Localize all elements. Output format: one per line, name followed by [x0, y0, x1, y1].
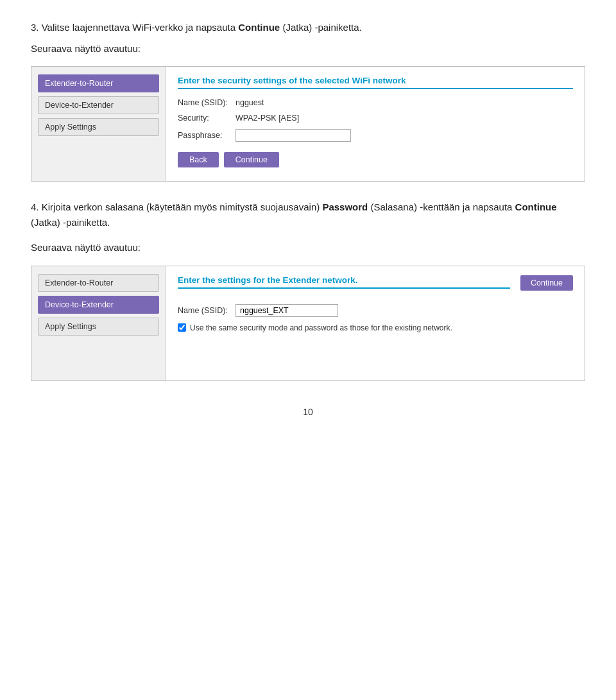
step4-password-bold: Password: [322, 201, 368, 212]
screen1-continue-button[interactable]: Continue: [224, 152, 279, 167]
step3-text: 3. Valitse laajennettava WiFi-verkko ja …: [31, 21, 585, 35]
screen1-security-row: Security: WPA2-PSK [AES]: [178, 114, 573, 123]
screen2-sidebar-btn-device-to-extender[interactable]: Device-to-Extender: [38, 296, 159, 314]
screen1-security-value: WPA2-PSK [AES]: [235, 114, 299, 123]
step4-text-before: 4. Kirjoita verkon salasana (käytetään m…: [31, 201, 322, 212]
step3-text-after: (Jatka) -painiketta.: [280, 22, 362, 33]
screen2-sidebar: Extender-to-Router Device-to-Extender Ap…: [31, 266, 166, 380]
screen1-back-button[interactable]: Back: [178, 152, 219, 167]
screen1-sidebar: Extender-to-Router Device-to-Extender Ap…: [31, 67, 166, 181]
step4-next-screen: Seuraava näyttö avautuu:: [31, 241, 585, 255]
sidebar-btn-device-to-extender[interactable]: Device-to-Extender: [38, 96, 159, 114]
screen2-title: Enter the settings for the Extender netw…: [178, 275, 510, 289]
screen2-sidebar-btn-apply-settings[interactable]: Apply Settings: [38, 318, 159, 336]
screen1-name-row: Name (SSID): ngguest: [178, 98, 573, 107]
step4-text: 4. Kirjoita verkon salasana (käytetään m…: [31, 200, 585, 230]
screen2-box: Extender-to-Router Device-to-Extender Ap…: [31, 266, 585, 381]
screen1-content: Enter the security settings of the selec…: [166, 67, 585, 181]
screen1-security-label: Security:: [178, 114, 235, 123]
page-number: 10: [31, 407, 585, 417]
screen1-passphrase-label: Passphrase:: [178, 131, 235, 140]
screen2-name-label: Name (SSID):: [178, 306, 235, 315]
screen2-continue-button[interactable]: Continue: [520, 275, 573, 291]
screen1-name-value: ngguest: [235, 98, 264, 107]
sidebar-btn-apply-settings[interactable]: Apply Settings: [38, 118, 159, 136]
screen2-name-input[interactable]: [235, 304, 338, 317]
step3-continue-bold: Continue: [238, 22, 280, 33]
screen1-name-label: Name (SSID):: [178, 98, 235, 107]
screen1-passphrase-row: Passphrase:: [178, 129, 573, 142]
screen2-name-row: Name (SSID):: [178, 304, 573, 317]
screen1-title: Enter the security settings of the selec…: [178, 76, 573, 89]
screen1-passphrase-input[interactable]: [235, 129, 351, 142]
screen1-box: Extender-to-Router Device-to-Extender Ap…: [31, 66, 585, 182]
screen2-checkbox-row: Use the same security mode and password …: [178, 323, 573, 332]
step4-text-after: (Jatka) -painiketta.: [31, 217, 110, 228]
sidebar-btn-extender-to-router[interactable]: Extender-to-Router: [38, 74, 159, 92]
step3-next-screen: Seuraava näyttö avautuu:: [31, 42, 585, 56]
screen2-checkbox-label: Use the same security mode and password …: [190, 323, 452, 332]
screen2-checkbox[interactable]: [178, 323, 186, 332]
step3-text-before: 3. Valitse laajennettava WiFi-verkko ja …: [31, 22, 238, 33]
screen2-content: Enter the settings for the Extender netw…: [166, 266, 585, 380]
step4-continue-bold: Continue: [515, 201, 557, 212]
screen1-form-actions: Back Continue: [178, 152, 573, 167]
step4-text-middle: (Salasana) -kenttään ja napsauta: [368, 201, 515, 212]
screen2-sidebar-btn-extender-to-router[interactable]: Extender-to-Router: [38, 274, 159, 292]
